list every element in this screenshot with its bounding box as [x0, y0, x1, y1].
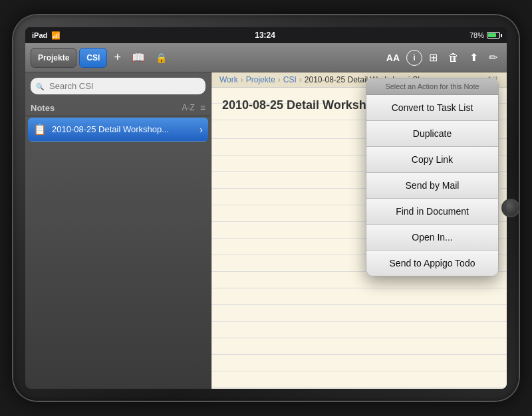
battery-bar	[487, 32, 500, 39]
search-bar	[25, 72, 211, 100]
ipad-frame: iPad 📶 13:24 78% Projekte CSI + 📖 🔒	[13, 15, 519, 401]
editor: Work › Projekte › CSI › 2010-08-25 Detai…	[211, 72, 507, 389]
note-title: 2010-08-25 Detail Workshop...	[52, 124, 194, 134]
add-button[interactable]: +	[110, 48, 125, 68]
popup-overlay: Select an Action for this Note Convert t…	[211, 72, 507, 389]
share-button[interactable]: ⬆	[466, 48, 482, 68]
copy-link-button[interactable]: Copy Link	[366, 147, 498, 173]
info-button[interactable]: i	[406, 50, 422, 66]
note-arrow-icon: ›	[200, 124, 203, 135]
grid-icon: ⊞	[429, 51, 438, 64]
status-left: iPad 📶	[32, 31, 61, 40]
open-in-button[interactable]: Open In...	[366, 225, 498, 251]
edit-button[interactable]: ✏	[485, 48, 501, 68]
search-input[interactable]	[31, 78, 205, 94]
projekte-button[interactable]: Projekte	[31, 48, 76, 68]
list-header-controls: A-Z ≡	[182, 102, 205, 113]
lock-icon: 🔒	[156, 52, 167, 63]
find-in-document-button[interactable]: Find in Document	[366, 199, 498, 225]
content-area: Notes A-Z ≡ 📋 2010-08-25 Detail Workshop…	[25, 72, 507, 389]
convert-to-task-list-button[interactable]: Convert to Task List	[366, 95, 498, 121]
aa-button[interactable]: AA	[382, 48, 404, 68]
note-item[interactable]: 📋 2010-08-25 Detail Workshop... ›	[28, 118, 208, 142]
book-icon: 📖	[132, 51, 145, 64]
ipad-screen: iPad 📶 13:24 78% Projekte CSI + 📖 🔒	[25, 27, 507, 389]
send-to-appigo-button[interactable]: Send to Appigo Todo	[366, 251, 498, 276]
trash-icon: 🗑	[448, 52, 459, 64]
status-bar: iPad 📶 13:24 78%	[25, 27, 507, 43]
csi-button[interactable]: CSI	[79, 48, 107, 68]
battery-pct: 78%	[469, 31, 484, 39]
note-icon: 📋	[33, 123, 47, 136]
battery-fill	[488, 33, 496, 37]
search-wrapper	[31, 78, 205, 94]
duplicate-button[interactable]: Duplicate	[366, 121, 498, 147]
status-right: 78%	[469, 31, 500, 39]
lock-button[interactable]: 🔒	[152, 48, 171, 68]
share-icon: ⬆	[469, 51, 478, 64]
trash-button[interactable]: 🗑	[444, 48, 463, 68]
edit-icon: ✏	[489, 51, 497, 64]
sidebar: Notes A-Z ≡ 📋 2010-08-25 Detail Workshop…	[25, 72, 211, 389]
popup-arrow	[474, 78, 485, 78]
grid-button[interactable]: ⊞	[425, 48, 442, 68]
toolbar: Projekte CSI + 📖 🔒 AA i ⊞ 🗑 ⬆ ✏	[25, 43, 507, 72]
device-label: iPad	[32, 31, 47, 39]
status-time: 13:24	[255, 31, 275, 40]
wifi-icon: 📶	[51, 31, 61, 40]
book-button[interactable]: 📖	[128, 48, 149, 68]
list-header-label: Notes	[31, 103, 182, 113]
send-by-mail-button[interactable]: Send by Mail	[366, 173, 498, 199]
sort-label[interactable]: A-Z	[182, 103, 194, 112]
notes-list: 📋 2010-08-25 Detail Workshop... ›	[25, 116, 211, 389]
popup-title: Select an Action for this Note	[366, 78, 498, 95]
filter-icon[interactable]: ≡	[200, 102, 205, 113]
popup-menu: Select an Action for this Note Convert t…	[366, 78, 499, 276]
list-header: Notes A-Z ≡	[25, 100, 211, 116]
